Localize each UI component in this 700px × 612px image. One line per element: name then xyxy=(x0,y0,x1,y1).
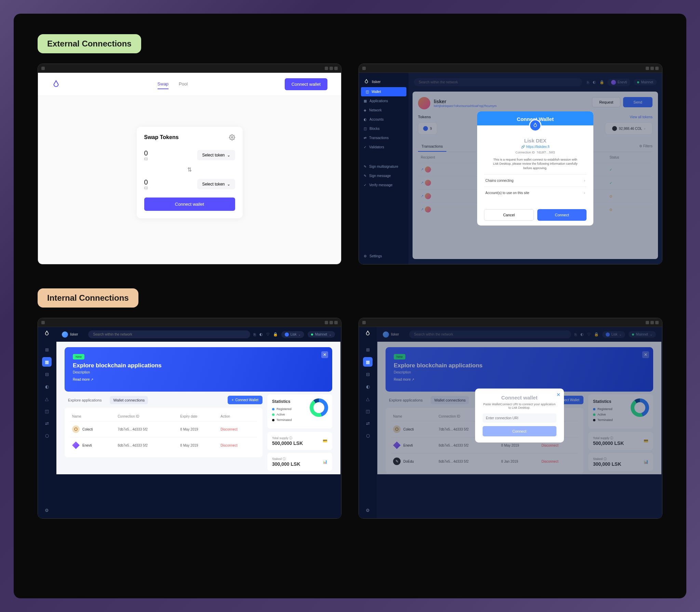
nav-icon[interactable]: ⇄ xyxy=(42,419,52,428)
topbar-icon[interactable]: ⎘ xyxy=(254,332,256,337)
modal-description: Paste WalletConnect URI to connect your … xyxy=(483,403,556,409)
topbar-icon[interactable]: ◐ xyxy=(259,332,263,337)
nav-icon[interactable]: ⬡ xyxy=(42,431,52,440)
nav-icon[interactable]: ◐ xyxy=(363,382,373,391)
sidebar-item-validators[interactable]: ✓Validators xyxy=(359,142,408,152)
modal-app-url[interactable]: 🔗 https://liskdex.fi xyxy=(484,145,587,149)
nav-settings-icon[interactable]: ⚙ xyxy=(363,505,373,515)
nav-settings-icon[interactable]: ⚙ xyxy=(42,505,52,515)
chevron-down-icon: ⌄ xyxy=(227,182,230,187)
disconnect-link[interactable]: Disconnect xyxy=(220,444,237,447)
hero-close-icon[interactable]: ✕ xyxy=(321,351,328,358)
search-input[interactable] xyxy=(88,330,250,338)
sidebar-item-sign-multisig[interactable]: ✎Sign multisignature xyxy=(359,162,408,171)
chevron-down-icon: ⌄ xyxy=(227,153,230,158)
swap-sub-from: €0 xyxy=(144,157,148,161)
nav-icon[interactable]: ⇄ xyxy=(363,419,373,428)
hero-banner: ✕ New Explore blockchain applications De… xyxy=(65,347,332,392)
nav-icon[interactable]: ⊟ xyxy=(42,369,52,379)
swap-direction-icon[interactable]: ⇅ xyxy=(144,164,235,176)
user-avatar-icon[interactable] xyxy=(62,331,68,338)
swap-title: Swap Tokens xyxy=(144,134,179,140)
modal-connect-button[interactable]: Connect xyxy=(537,209,587,221)
sidebar-item-network[interactable]: ◈Network xyxy=(359,106,408,115)
brand-icon xyxy=(365,330,371,337)
modal-connect-button[interactable]: Connect xyxy=(483,426,556,436)
modal-accounts-section[interactable]: Account(s) to use on this site› xyxy=(484,187,587,199)
section-header-external: External Connections xyxy=(38,34,141,53)
modal-connection-id: Connection ID 7d18f7…56f2 xyxy=(484,151,587,154)
nav-icon[interactable]: △ xyxy=(363,394,373,404)
swap-card: Swap Tokens 0 €0 Select token⌄ ⇅ 0 xyxy=(137,127,243,218)
topbar-icon[interactable]: 🔒 xyxy=(273,332,278,337)
tab-pool[interactable]: Pool xyxy=(179,79,188,89)
sidebar-item-sign-message[interactable]: ✎Sign message xyxy=(359,171,408,180)
token-select-to[interactable]: Select token⌄ xyxy=(197,179,235,189)
sidebar-item-accounts[interactable]: ◐Accounts xyxy=(359,115,408,124)
app-pill[interactable]: Lisk⌄ xyxy=(281,331,305,338)
modal-overlay[interactable]: ✕ Connect wallet Paste WalletConnect URI… xyxy=(377,327,662,518)
svg-point-0 xyxy=(231,137,233,138)
sidebar-item-blocks[interactable]: ◫Blocks xyxy=(359,124,408,133)
modal-cancel-button[interactable]: Cancel xyxy=(484,209,534,221)
window-explore-connect-modal: ⊞ ▦ ⊟ ◐ △ ◫ ⇄ ⬡ ⚙ lisker ⎘ ◐ ♡ xyxy=(359,318,662,519)
nav-icon[interactable]: ⊟ xyxy=(363,369,373,379)
nav-icon[interactable]: ◫ xyxy=(42,406,52,416)
modal-close-icon[interactable]: ✕ xyxy=(556,392,561,397)
connection-uri-input[interactable] xyxy=(483,413,556,423)
modal-overlay[interactable]: Connect Wallet Lisk DEX 🔗 https://liskde… xyxy=(408,73,662,264)
topbar-icon[interactable]: ♡ xyxy=(266,332,270,337)
swap-sub-to: €0 xyxy=(144,186,148,190)
swap-amount-from[interactable]: 0 xyxy=(144,149,148,157)
read-more-link[interactable]: Read more ↗ xyxy=(73,378,324,381)
brand-name: lisker xyxy=(70,332,78,336)
sidebar-item-verify-message[interactable]: ✓Verify message xyxy=(359,180,408,190)
tab-wallet-connections[interactable]: Wallet connections xyxy=(110,396,148,404)
modal-app-logo xyxy=(529,119,541,132)
swap-amount-to[interactable]: 0 xyxy=(144,178,148,186)
hero-title: Explore blockchain applications xyxy=(73,362,324,369)
connections-table: NameConnection ID Expiry dateAction Cole… xyxy=(70,412,257,453)
new-badge: New xyxy=(73,354,84,359)
explore-sidenav: ⊞ ▦ ⊟ ◐ △ ◫ ⇄ ⬡ ⚙ xyxy=(359,327,377,518)
sidebar-item-transactions[interactable]: ⇄Transactions xyxy=(359,133,408,142)
mainnet-pill[interactable]: Mainnet⌄ xyxy=(308,331,335,338)
donut-chart xyxy=(310,398,328,417)
window-swap: Swap Pool Connect wallet Swap Tokens 0 €… xyxy=(38,64,341,264)
tab-swap[interactable]: Swap xyxy=(158,79,169,89)
table-row[interactable]: Enevti 8db7e5…4d333 5f28 May 2019 Discon… xyxy=(70,437,257,453)
chevron-right-icon: › xyxy=(584,179,585,182)
tab-explore-apps[interactable]: Explore applications xyxy=(65,396,105,404)
token-select-from[interactable]: Select token⌄ xyxy=(197,150,235,160)
nav-icon[interactable]: ◫ xyxy=(363,406,373,416)
window-explore-connections: ⊞ ▦ ⊟ ◐ △ ◫ ⇄ ⬡ ⚙ lisker ⎘ ◐ ♡ xyxy=(38,318,341,519)
modal-description: This is a request from wallet connect to… xyxy=(491,158,580,171)
connect-wallet-button[interactable]: Connect wallet xyxy=(285,78,327,90)
sidebar-item-wallet[interactable]: ◫Wallet xyxy=(361,87,406,96)
nav-icon[interactable]: △ xyxy=(42,394,52,404)
sidebar-item-applications[interactable]: ▦Applications xyxy=(359,96,408,106)
wallet-sidebar: lisker ◫Wallet ▦Applications ◈Network ◐A… xyxy=(359,73,408,264)
table-row[interactable]: Colecti 7db7e5…4d333 5f28 May 2019 Disco… xyxy=(70,421,257,437)
staked-card: Staked ⓘ300,000 LSK 📊 xyxy=(267,453,332,471)
disconnect-link[interactable]: Disconnect xyxy=(220,427,237,431)
nav-icon-apps[interactable]: ▦ xyxy=(363,357,373,367)
connect-wallet-modal: Connect Wallet Lisk DEX 🔗 https://liskde… xyxy=(477,111,593,226)
nav-icon[interactable]: ⊞ xyxy=(42,345,52,354)
nav-icon[interactable]: ⬡ xyxy=(363,431,373,440)
hero-description: Description xyxy=(73,370,324,374)
app-logo-icon xyxy=(52,80,60,89)
supply-icon: 💳 xyxy=(323,439,327,443)
settings-icon[interactable] xyxy=(229,134,235,140)
nav-icon-apps[interactable]: ▦ xyxy=(42,357,52,367)
nav-icon[interactable]: ⊞ xyxy=(363,345,373,354)
swap-connect-button[interactable]: Connect wallet xyxy=(144,198,235,211)
modal-title: Connect wallet xyxy=(483,395,556,400)
nav-icon[interactable]: ◐ xyxy=(42,382,52,391)
window-wallet-dashboard: lisker ◫Wallet ▦Applications ◈Network ◐A… xyxy=(359,64,662,264)
window-chrome xyxy=(38,64,341,73)
connect-wallet-button[interactable]: +Connect Wallet xyxy=(228,396,262,404)
staked-icon: 📊 xyxy=(323,460,327,464)
modal-chains-section[interactable]: Chains connecting› xyxy=(484,174,587,187)
brand-icon xyxy=(44,330,50,337)
